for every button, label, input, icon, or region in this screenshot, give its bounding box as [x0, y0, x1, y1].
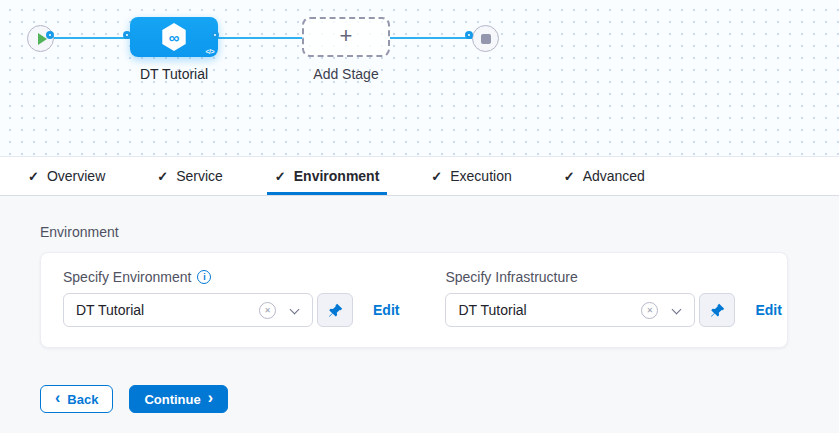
- info-icon[interactable]: i: [197, 270, 211, 284]
- back-button-label: Back: [67, 392, 98, 407]
- tab-advanced[interactable]: ✓ Advanced: [556, 157, 653, 195]
- pin-infrastructure-button[interactable]: [699, 293, 735, 327]
- tab-environment[interactable]: ✓ Environment: [267, 157, 387, 195]
- connector-line: [50, 37, 132, 39]
- check-icon: ✓: [157, 169, 168, 184]
- clear-icon[interactable]: ✕: [259, 302, 276, 319]
- tab-label: Execution: [450, 168, 511, 184]
- check-icon: ✓: [431, 169, 442, 184]
- connector-dot: [211, 31, 219, 39]
- connector-dot: [465, 31, 473, 39]
- connector-line: [218, 37, 304, 39]
- edit-environment-link[interactable]: Edit: [373, 302, 399, 318]
- plus-icon: +: [340, 25, 353, 47]
- connector-dot: [46, 31, 54, 39]
- stage-config-tabbar: ✓ Overview ✓ Service ✓ Environment ✓ Exe…: [0, 157, 839, 196]
- chevron-down-icon[interactable]: [672, 305, 682, 315]
- field-row: DT Tutorial ✕ Edit: [445, 293, 781, 327]
- pipeline-end-node[interactable]: [472, 25, 499, 52]
- pin-icon: [328, 303, 343, 318]
- chevron-down-icon[interactable]: [290, 305, 300, 315]
- specify-environment-label: Specify Environment: [63, 269, 191, 285]
- check-icon: ✓: [275, 169, 286, 184]
- environment-select-value: DT Tutorial: [76, 294, 144, 326]
- tab-label: Advanced: [583, 168, 645, 184]
- footer-buttons: ‹ Back Continue ›: [40, 385, 228, 413]
- field-label-row: Specify Infrastructure: [445, 269, 781, 285]
- add-stage-button[interactable]: +: [302, 17, 390, 57]
- specify-infrastructure-label: Specify Infrastructure: [445, 269, 577, 285]
- field-label-row: Specify Environment i: [63, 269, 399, 285]
- chevron-left-icon: ‹: [55, 390, 60, 406]
- tab-execution[interactable]: ✓ Execution: [423, 157, 519, 195]
- infrastructure-select[interactable]: DT Tutorial ✕: [445, 293, 695, 327]
- continue-button[interactable]: Continue ›: [129, 385, 228, 413]
- stage-node-dt-tutorial[interactable]: ∞ </>: [130, 17, 218, 57]
- infrastructure-select-value: DT Tutorial: [458, 294, 526, 326]
- stage-label: DT Tutorial: [130, 66, 218, 82]
- tab-overview[interactable]: ✓ Overview: [20, 157, 113, 195]
- tab-label: Environment: [294, 168, 380, 184]
- pipeline-canvas: ∞ </> DT Tutorial + Add Stage: [0, 0, 839, 157]
- environment-panel: Environment Specify Environment i DT Tut…: [0, 196, 839, 433]
- deployment-hexagon-icon: ∞: [161, 23, 187, 51]
- clear-icon[interactable]: ✕: [641, 302, 658, 319]
- infinity-icon: ∞: [169, 30, 180, 45]
- environment-select[interactable]: DT Tutorial ✕: [63, 293, 313, 327]
- connector-line: [390, 37, 474, 39]
- environment-card: Specify Environment i DT Tutorial ✕ Edit: [40, 252, 788, 348]
- back-button[interactable]: ‹ Back: [40, 385, 113, 413]
- tab-service[interactable]: ✓ Service: [149, 157, 231, 195]
- stop-icon: [481, 34, 491, 44]
- add-stage-label: Add Stage: [302, 66, 390, 82]
- pin-environment-button[interactable]: [317, 293, 353, 327]
- check-icon: ✓: [28, 169, 39, 184]
- specify-infrastructure-field: Specify Infrastructure DT Tutorial ✕ Edi…: [445, 269, 781, 327]
- pin-icon: [710, 303, 725, 318]
- edit-infrastructure-link[interactable]: Edit: [755, 302, 781, 318]
- code-icon: </>: [205, 48, 214, 55]
- chevron-right-icon: ›: [208, 390, 213, 406]
- continue-button-label: Continue: [144, 392, 200, 407]
- tab-label: Service: [176, 168, 223, 184]
- field-row: DT Tutorial ✕ Edit: [63, 293, 399, 327]
- specify-environment-field: Specify Environment i DT Tutorial ✕ Edit: [63, 269, 399, 327]
- connector-dot: [123, 31, 131, 39]
- section-heading: Environment: [40, 224, 119, 240]
- tab-label: Overview: [47, 168, 105, 184]
- check-icon: ✓: [564, 169, 575, 184]
